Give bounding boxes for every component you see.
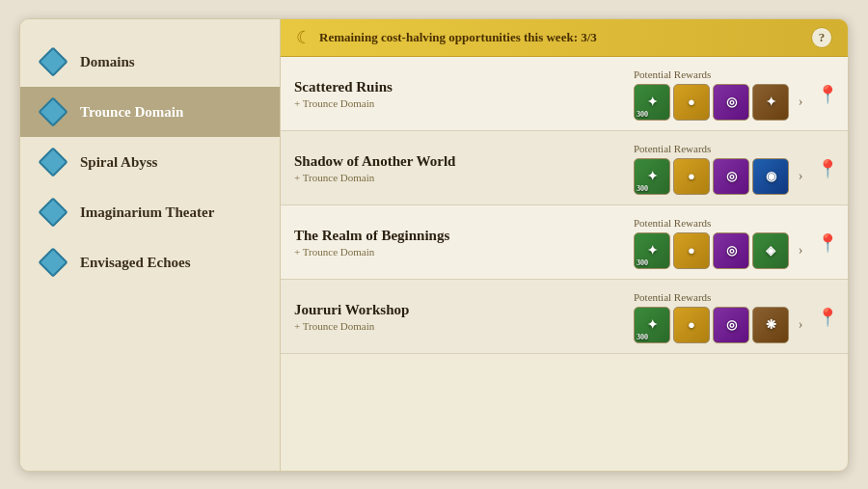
dungeon-list: Scattered Ruins+ Trounce DomainPotential… — [281, 57, 848, 471]
reward-icon: ◎ — [713, 84, 749, 121]
moon-icon: ☾ — [296, 27, 312, 48]
reward-symbol-icon: ◉ — [766, 169, 776, 184]
rewards-label: Potential Rewards — [634, 217, 711, 229]
dungeon-title: Scattered Ruins — [294, 79, 622, 95]
rewards-section: Potential Rewards✦300●◎◈› — [634, 217, 809, 269]
map-pin-icon[interactable]: 📍 — [817, 307, 838, 328]
reward-icon: ◈ — [752, 232, 789, 269]
reward-symbol-icon: ✦ — [647, 169, 658, 184]
diamond-icon — [38, 46, 68, 77]
reward-symbol-icon: ❋ — [766, 317, 776, 333]
help-button[interactable]: ? — [811, 27, 832, 48]
reward-symbol-icon: ✦ — [766, 95, 776, 110]
reward-symbol-icon: ◎ — [726, 95, 737, 110]
list-item-info: Scattered Ruins+ Trounce Domain — [294, 79, 622, 109]
sidebar-item-label: Spiral Abyss — [80, 153, 157, 171]
sidebar-item-trounce-domain[interactable]: Trounce Domain — [20, 87, 280, 137]
banner-text-wrap: ☾ Remaining cost-halving opportunities t… — [296, 27, 597, 48]
reward-icon: ◎ — [713, 232, 749, 269]
more-rewards-indicator: › — [792, 232, 809, 269]
map-pin-icon[interactable]: 📍 — [817, 232, 838, 254]
reward-icon: ❋ — [752, 307, 789, 343]
reward-icon: ◎ — [713, 158, 749, 195]
reward-icon: ✦300 — [634, 84, 670, 121]
list-item-info: Shadow of Another World+ Trounce Domain — [294, 153, 622, 183]
sidebar-item-domains[interactable]: Domains — [20, 37, 280, 87]
reward-icon: ✦300 — [634, 158, 670, 195]
rewards-section: Potential Rewards✦300●◎◉› — [634, 143, 809, 195]
reward-number: 300 — [637, 184, 648, 193]
sidebar-item-spiral-abyss[interactable]: Spiral Abyss — [20, 137, 280, 187]
reward-icon: ✦300 — [634, 232, 670, 269]
rewards-icons: ✦300●◎◈› — [634, 232, 809, 269]
main-panel: ☾ Remaining cost-halving opportunities t… — [281, 19, 848, 471]
reward-symbol-icon: ● — [688, 317, 695, 333]
sidebar-item-label: Domains — [80, 53, 135, 70]
sidebar-item-imaginarium-theater[interactable]: Imaginarium Theater — [20, 187, 280, 237]
dungeon-subtitle: + Trounce Domain — [294, 97, 622, 109]
diamond-icon — [38, 197, 68, 228]
diamond-icon — [38, 147, 68, 177]
sidebar-item-envisaged-echoes[interactable]: Envisaged Echoes — [20, 237, 280, 287]
dungeon-title: Joururi Workshop — [294, 302, 622, 318]
rewards-label: Potential Rewards — [634, 291, 711, 303]
list-item: Shadow of Another World+ Trounce DomainP… — [281, 131, 848, 205]
map-pin-icon[interactable]: 📍 — [817, 158, 838, 179]
cost-halving-banner: ☾ Remaining cost-halving opportunities t… — [281, 19, 848, 57]
sidebar: DomainsTrounce DomainSpiral AbyssImagina… — [20, 19, 281, 471]
more-rewards-indicator: › — [792, 307, 809, 343]
banner-text: Remaining cost-halving opportunities thi… — [319, 30, 597, 45]
reward-symbol-icon: ✦ — [647, 95, 658, 110]
reward-icon: ◉ — [752, 158, 789, 195]
diamond-icon — [38, 96, 68, 127]
reward-icon: ● — [673, 232, 710, 269]
reward-symbol-icon: ◎ — [726, 243, 737, 258]
reward-icon: ● — [673, 84, 710, 121]
reward-symbol-icon: ● — [688, 243, 695, 258]
rewards-icons: ✦300●◎✦› — [634, 84, 809, 121]
reward-number: 300 — [637, 110, 648, 119]
reward-icon: ● — [673, 158, 710, 195]
reward-symbol-icon: ✦ — [647, 243, 658, 258]
reward-icon: ✦300 — [634, 307, 670, 343]
list-item: Joururi Workshop+ Trounce DomainPotentia… — [281, 280, 848, 354]
rewards-icons: ✦300●◎❋› — [634, 307, 809, 343]
reward-symbol-icon: ✦ — [647, 317, 658, 333]
reward-icon: ● — [673, 307, 710, 343]
sidebar-item-label: Trounce Domain — [80, 103, 183, 121]
sidebar-item-label: Envisaged Echoes — [80, 254, 191, 271]
dungeon-subtitle: + Trounce Domain — [294, 320, 622, 332]
reward-icon: ✦ — [752, 84, 789, 121]
rewards-section: Potential Rewards✦300●◎❋› — [634, 291, 809, 343]
main-container: DomainsTrounce DomainSpiral AbyssImagina… — [19, 18, 849, 472]
reward-symbol-icon: ◈ — [766, 243, 775, 258]
rewards-section: Potential Rewards✦300●◎✦› — [634, 68, 809, 121]
sidebar-item-label: Imaginarium Theater — [80, 204, 214, 221]
reward-symbol-icon: ◎ — [726, 317, 737, 333]
more-rewards-indicator: › — [792, 158, 809, 195]
list-item: The Realm of Beginnings+ Trounce DomainP… — [281, 205, 848, 280]
dungeon-subtitle: + Trounce Domain — [294, 246, 622, 258]
dungeon-title: The Realm of Beginnings — [294, 228, 622, 244]
map-pin-icon[interactable]: 📍 — [817, 84, 838, 105]
rewards-label: Potential Rewards — [634, 68, 711, 80]
reward-symbol-icon: ◎ — [726, 169, 737, 184]
list-item-info: Joururi Workshop+ Trounce Domain — [294, 302, 622, 332]
reward-symbol-icon: ● — [688, 95, 695, 110]
dungeon-title: Shadow of Another World — [294, 153, 622, 170]
diamond-icon — [38, 247, 68, 278]
rewards-icons: ✦300●◎◉› — [634, 158, 809, 195]
more-rewards-indicator: › — [792, 84, 809, 121]
list-item-info: The Realm of Beginnings+ Trounce Domain — [294, 228, 622, 258]
rewards-label: Potential Rewards — [634, 143, 711, 154]
list-item: Scattered Ruins+ Trounce DomainPotential… — [281, 57, 848, 131]
reward-icon: ◎ — [713, 307, 749, 343]
dungeon-subtitle: + Trounce Domain — [294, 172, 622, 183]
reward-symbol-icon: ● — [688, 169, 695, 184]
reward-number: 300 — [637, 258, 648, 267]
reward-number: 300 — [637, 333, 648, 341]
